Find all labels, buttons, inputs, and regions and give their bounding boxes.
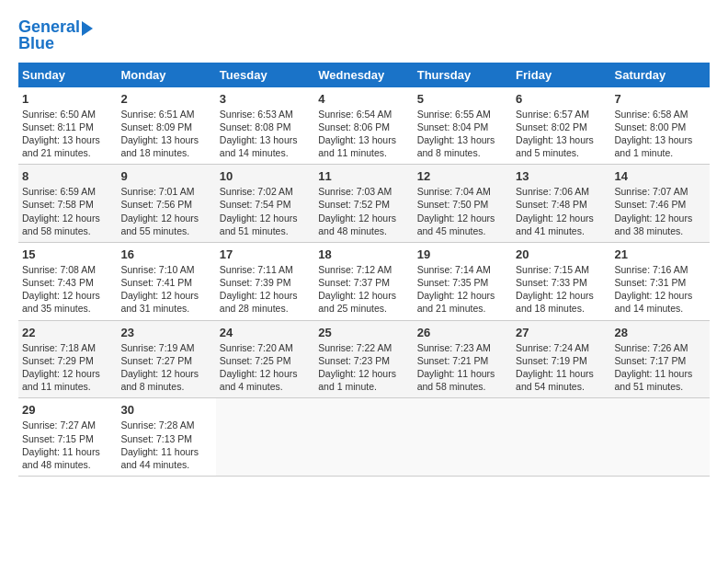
day-number: 30: [120, 403, 211, 417]
calendar-cell: 10Sunrise: 7:02 AM Sunset: 7:54 PM Dayli…: [216, 165, 314, 243]
calendar-cell: 20Sunrise: 7:15 AM Sunset: 7:33 PM Dayli…: [512, 242, 610, 320]
day-info: Sunrise: 7:01 AM Sunset: 7:56 PM Dayligh…: [120, 185, 211, 237]
calendar-cell: 23Sunrise: 7:19 AM Sunset: 7:27 PM Dayli…: [117, 320, 215, 398]
day-info: Sunrise: 6:55 AM Sunset: 8:04 PM Dayligh…: [417, 108, 508, 160]
calendar-week-row: 29Sunrise: 7:27 AM Sunset: 7:15 PM Dayli…: [18, 398, 710, 477]
day-number: 7: [615, 92, 706, 106]
day-number: 24: [220, 326, 311, 339]
day-info: Sunrise: 7:16 AM Sunset: 7:31 PM Dayligh…: [615, 263, 706, 316]
weekday-header: Thursday: [414, 63, 512, 87]
calendar-cell: 25Sunrise: 7:22 AM Sunset: 7:23 PM Dayli…: [314, 320, 413, 398]
calendar-cell: 18Sunrise: 7:12 AM Sunset: 7:37 PM Dayli…: [314, 242, 413, 320]
day-info: Sunrise: 7:04 AM Sunset: 7:50 PM Dayligh…: [417, 185, 508, 237]
day-number: 26: [417, 326, 508, 339]
day-info: Sunrise: 6:58 AM Sunset: 8:00 PM Dayligh…: [615, 108, 706, 160]
day-number: 6: [516, 92, 607, 106]
day-info: Sunrise: 7:10 AM Sunset: 7:41 PM Dayligh…: [120, 263, 211, 316]
calendar-week-row: 1Sunrise: 6:50 AM Sunset: 8:11 PM Daylig…: [18, 87, 710, 165]
calendar-cell: 29Sunrise: 7:27 AM Sunset: 7:15 PM Dayli…: [18, 398, 117, 477]
weekday-header-row: SundayMondayTuesdayWednesdayThursdayFrid…: [18, 63, 710, 87]
calendar-cell: 1Sunrise: 6:50 AM Sunset: 8:11 PM Daylig…: [18, 87, 117, 165]
day-info: Sunrise: 7:26 AM Sunset: 7:17 PM Dayligh…: [615, 341, 706, 394]
day-info: Sunrise: 7:23 AM Sunset: 7:21 PM Dayligh…: [417, 341, 508, 394]
calendar-cell: [414, 398, 512, 477]
day-number: 10: [220, 169, 311, 183]
day-number: 4: [318, 92, 409, 106]
day-info: Sunrise: 7:06 AM Sunset: 7:48 PM Dayligh…: [516, 185, 607, 237]
calendar-cell: 16Sunrise: 7:10 AM Sunset: 7:41 PM Dayli…: [117, 242, 215, 320]
day-number: 5: [417, 92, 508, 106]
calendar-cell: [512, 398, 610, 477]
calendar-cell: 24Sunrise: 7:20 AM Sunset: 7:25 PM Dayli…: [216, 320, 314, 398]
calendar-cell: 2Sunrise: 6:51 AM Sunset: 8:09 PM Daylig…: [117, 87, 215, 165]
day-number: 2: [120, 92, 211, 106]
day-info: Sunrise: 6:53 AM Sunset: 8:08 PM Dayligh…: [220, 108, 311, 160]
weekday-header: Saturday: [611, 63, 710, 87]
calendar-week-row: 8Sunrise: 6:59 AM Sunset: 7:58 PM Daylig…: [18, 165, 710, 243]
day-number: 13: [516, 169, 607, 183]
page-header: General Blue: [18, 18, 710, 53]
calendar-cell: [314, 398, 413, 477]
calendar-cell: [216, 398, 314, 477]
day-info: Sunrise: 7:03 AM Sunset: 7:52 PM Dayligh…: [318, 185, 409, 237]
day-number: 27: [516, 326, 607, 339]
day-number: 3: [220, 92, 311, 106]
day-info: Sunrise: 7:24 AM Sunset: 7:19 PM Dayligh…: [516, 341, 607, 394]
day-number: 15: [22, 247, 113, 261]
day-info: Sunrise: 7:11 AM Sunset: 7:39 PM Dayligh…: [220, 263, 311, 316]
calendar-cell: 7Sunrise: 6:58 AM Sunset: 8:00 PM Daylig…: [611, 87, 710, 165]
calendar-cell: 3Sunrise: 6:53 AM Sunset: 8:08 PM Daylig…: [216, 87, 314, 165]
calendar-cell: 11Sunrise: 7:03 AM Sunset: 7:52 PM Dayli…: [314, 165, 413, 243]
day-number: 11: [318, 169, 409, 183]
day-number: 18: [318, 247, 409, 261]
day-info: Sunrise: 7:08 AM Sunset: 7:43 PM Dayligh…: [22, 263, 113, 316]
day-info: Sunrise: 7:12 AM Sunset: 7:37 PM Dayligh…: [318, 263, 409, 316]
calendar-cell: 6Sunrise: 6:57 AM Sunset: 8:02 PM Daylig…: [512, 87, 610, 165]
day-info: Sunrise: 7:20 AM Sunset: 7:25 PM Dayligh…: [220, 341, 311, 394]
day-number: 22: [22, 326, 113, 339]
calendar-cell: 12Sunrise: 7:04 AM Sunset: 7:50 PM Dayli…: [414, 165, 512, 243]
day-info: Sunrise: 7:19 AM Sunset: 7:27 PM Dayligh…: [120, 341, 211, 394]
logo-blue-text: Blue: [18, 35, 54, 53]
weekday-header: Monday: [117, 63, 215, 87]
calendar-table: SundayMondayTuesdayWednesdayThursdayFrid…: [18, 63, 710, 477]
day-number: 19: [417, 247, 508, 261]
logo: General Blue: [18, 18, 93, 53]
calendar-cell: 30Sunrise: 7:28 AM Sunset: 7:13 PM Dayli…: [117, 398, 215, 477]
calendar-cell: 22Sunrise: 7:18 AM Sunset: 7:29 PM Dayli…: [18, 320, 117, 398]
day-number: 16: [120, 247, 211, 261]
day-number: 20: [516, 247, 607, 261]
weekday-header: Friday: [512, 63, 610, 87]
calendar-cell: 15Sunrise: 7:08 AM Sunset: 7:43 PM Dayli…: [18, 242, 117, 320]
day-number: 14: [615, 169, 706, 183]
day-info: Sunrise: 6:59 AM Sunset: 7:58 PM Dayligh…: [22, 185, 113, 237]
day-info: Sunrise: 6:57 AM Sunset: 8:02 PM Dayligh…: [516, 108, 607, 160]
calendar-cell: 8Sunrise: 6:59 AM Sunset: 7:58 PM Daylig…: [18, 165, 117, 243]
day-number: 17: [220, 247, 311, 261]
calendar-cell: [611, 398, 710, 477]
calendar-cell: 4Sunrise: 6:54 AM Sunset: 8:06 PM Daylig…: [314, 87, 413, 165]
calendar-cell: 28Sunrise: 7:26 AM Sunset: 7:17 PM Dayli…: [611, 320, 710, 398]
weekday-header: Tuesday: [216, 63, 314, 87]
day-number: 12: [417, 169, 508, 183]
day-number: 23: [120, 326, 211, 339]
day-info: Sunrise: 7:02 AM Sunset: 7:54 PM Dayligh…: [220, 185, 311, 237]
day-number: 29: [22, 403, 113, 417]
day-info: Sunrise: 7:22 AM Sunset: 7:23 PM Dayligh…: [318, 341, 409, 394]
calendar-cell: 5Sunrise: 6:55 AM Sunset: 8:04 PM Daylig…: [414, 87, 512, 165]
day-number: 21: [615, 247, 706, 261]
day-info: Sunrise: 7:15 AM Sunset: 7:33 PM Dayligh…: [516, 263, 607, 316]
calendar-cell: 13Sunrise: 7:06 AM Sunset: 7:48 PM Dayli…: [512, 165, 610, 243]
day-number: 9: [120, 169, 211, 183]
weekday-header: Sunday: [18, 63, 117, 87]
calendar-cell: 19Sunrise: 7:14 AM Sunset: 7:35 PM Dayli…: [414, 242, 512, 320]
calendar-cell: 26Sunrise: 7:23 AM Sunset: 7:21 PM Dayli…: [414, 320, 512, 398]
day-info: Sunrise: 6:51 AM Sunset: 8:09 PM Dayligh…: [120, 108, 211, 160]
day-info: Sunrise: 7:14 AM Sunset: 7:35 PM Dayligh…: [417, 263, 508, 316]
day-info: Sunrise: 6:50 AM Sunset: 8:11 PM Dayligh…: [22, 108, 113, 160]
day-info: Sunrise: 7:28 AM Sunset: 7:13 PM Dayligh…: [120, 419, 211, 471]
calendar-week-row: 15Sunrise: 7:08 AM Sunset: 7:43 PM Dayli…: [18, 242, 710, 320]
day-number: 1: [22, 92, 113, 106]
logo-arrow-icon: [82, 21, 93, 36]
day-info: Sunrise: 6:54 AM Sunset: 8:06 PM Dayligh…: [318, 108, 409, 160]
